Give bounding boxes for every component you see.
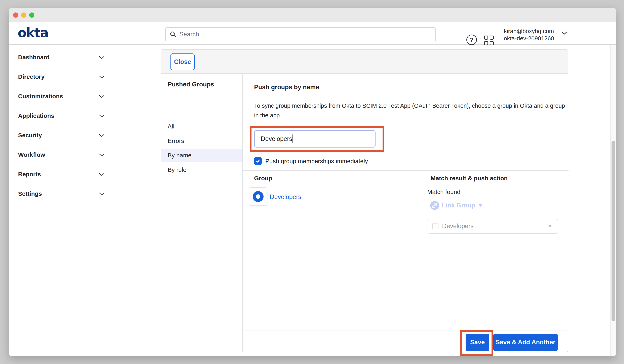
sidebar-item-label: Directory bbox=[18, 73, 45, 80]
grid-square-icon bbox=[490, 36, 494, 40]
traffic-light-close-button[interactable] bbox=[13, 12, 18, 18]
link-group-label: Link Group bbox=[442, 202, 475, 209]
help-button[interactable]: ? bbox=[467, 35, 477, 45]
subnav-item-label: Errors bbox=[168, 137, 184, 144]
apps-grid-button[interactable] bbox=[484, 36, 494, 45]
chevron-down-icon bbox=[99, 173, 104, 176]
sidebar-item-label: Reports bbox=[18, 171, 41, 178]
search-icon bbox=[170, 31, 177, 38]
text-cursor bbox=[292, 134, 292, 143]
push-groups-panel: Close Pushed Groups All Errors By name B… bbox=[161, 50, 568, 352]
subnav-item-by-rule[interactable]: By rule bbox=[161, 163, 242, 176]
sidebar-item-workflow[interactable]: Workflow bbox=[9, 150, 113, 160]
column-header-match: Match result & push action bbox=[431, 175, 508, 182]
account-email: kiran@boxyhq.com bbox=[504, 27, 554, 35]
pushed-groups-subnav: Pushed Groups All Errors By name By rule bbox=[161, 74, 243, 352]
global-search[interactable] bbox=[165, 27, 436, 41]
match-result-text: Match found bbox=[427, 188, 460, 195]
subnav-item-by-name[interactable]: By name bbox=[161, 149, 242, 162]
page-title: Push groups by name bbox=[254, 84, 319, 91]
grid-square-icon bbox=[484, 41, 488, 45]
question-mark-icon: ? bbox=[470, 37, 473, 43]
push-immediately-label: Push group memberships immediately bbox=[265, 158, 368, 165]
push-immediately-checkbox[interactable] bbox=[254, 157, 262, 165]
close-button[interactable]: Close bbox=[170, 53, 195, 70]
chevron-down-icon bbox=[99, 76, 104, 78]
browser-window: okta ? kiran@boxyhq.com okta-dev-2090126… bbox=[9, 8, 616, 356]
sidebar-item-label: Applications bbox=[18, 112, 54, 119]
search-input[interactable] bbox=[179, 31, 420, 38]
sidebar-item-directory[interactable]: Directory bbox=[9, 72, 113, 82]
group-name-link[interactable]: Developers bbox=[270, 193, 301, 201]
app-group-selected-value: Developers bbox=[442, 223, 548, 230]
traffic-light-zoom-button[interactable] bbox=[29, 12, 34, 18]
sidebar-item-reports[interactable]: Reports bbox=[9, 170, 113, 179]
app-header: okta ? kiran@boxyhq.com okta-dev-2090126… bbox=[9, 22, 616, 45]
select-checkbox-icon bbox=[432, 223, 439, 229]
sidebar-item-dashboard[interactable]: Dashboard bbox=[9, 53, 113, 62]
subnav-item-errors[interactable]: Errors bbox=[161, 134, 242, 147]
scrollbar-track[interactable] bbox=[610, 45, 616, 356]
caret-down-icon bbox=[548, 225, 552, 227]
sidebar-item-settings[interactable]: Settings bbox=[9, 189, 113, 199]
grid-square-icon bbox=[490, 41, 494, 45]
subnav-item-label: All bbox=[168, 123, 174, 130]
subnav-title: Pushed Groups bbox=[168, 81, 214, 88]
sidebar-item-customizations[interactable]: Customizations bbox=[9, 92, 113, 101]
link-group-button[interactable]: Link Group bbox=[430, 201, 483, 210]
window-titlebar bbox=[9, 8, 616, 22]
save-add-another-button[interactable]: Save & Add Another bbox=[493, 334, 558, 351]
okta-group-icon bbox=[253, 191, 263, 202]
table-top-border bbox=[243, 170, 569, 171]
push-by-name-content: Push groups by name To sync group member… bbox=[243, 74, 569, 353]
sidebar-item-security[interactable]: Security bbox=[9, 131, 113, 140]
table-row-divider bbox=[243, 236, 569, 236]
description-text: To sync group memberships from Okta to S… bbox=[254, 101, 568, 120]
group-search-input[interactable] bbox=[254, 130, 376, 148]
app-group-select[interactable]: Developers bbox=[428, 219, 558, 234]
sidebar-item-label: Dashboard bbox=[18, 54, 50, 61]
chevron-down-icon bbox=[99, 193, 104, 196]
save-button[interactable]: Save bbox=[466, 334, 489, 351]
column-header-group: Group bbox=[254, 175, 272, 182]
chevron-down-icon bbox=[99, 56, 104, 59]
account-menu[interactable]: kiran@boxyhq.com okta-dev-20901260 bbox=[502, 27, 556, 42]
account-org: okta-dev-20901260 bbox=[504, 35, 554, 42]
sidebar-item-label: Security bbox=[18, 132, 42, 139]
footer-divider bbox=[243, 330, 569, 330]
chevron-down-icon bbox=[561, 31, 567, 35]
link-icon bbox=[430, 201, 439, 210]
caret-down-icon bbox=[478, 204, 483, 207]
sidebar-item-applications[interactable]: Applications bbox=[9, 111, 113, 121]
sidebar-item-label: Workflow bbox=[18, 151, 45, 158]
check-icon bbox=[256, 158, 260, 163]
subnav-item-label: By rule bbox=[168, 166, 186, 173]
sidebar-item-label: Customizations bbox=[18, 93, 63, 100]
subnav-item-label: By name bbox=[168, 152, 191, 159]
grid-square-icon bbox=[484, 36, 488, 40]
chevron-down-icon bbox=[99, 95, 104, 98]
subnav-item-all[interactable]: All bbox=[161, 120, 242, 133]
desktop-background: { "header": { "logo_text": "okta", "sear… bbox=[0, 0, 624, 364]
sidebar-item-label: Settings bbox=[18, 190, 42, 197]
traffic-light-minimize-button[interactable] bbox=[21, 12, 26, 18]
okta-logo: okta bbox=[18, 26, 48, 40]
chevron-down-icon bbox=[99, 115, 104, 118]
group-avatar-card bbox=[249, 187, 267, 206]
panel-header: Close bbox=[161, 50, 568, 74]
group-search-field-wrap bbox=[254, 130, 376, 148]
table-header-divider bbox=[243, 184, 569, 184]
chevron-down-icon bbox=[99, 154, 104, 156]
scrollbar-thumb[interactable] bbox=[612, 141, 615, 321]
sidebar-nav: Dashboard Directory Customizations Appli… bbox=[9, 45, 113, 356]
chevron-down-icon bbox=[99, 134, 104, 137]
